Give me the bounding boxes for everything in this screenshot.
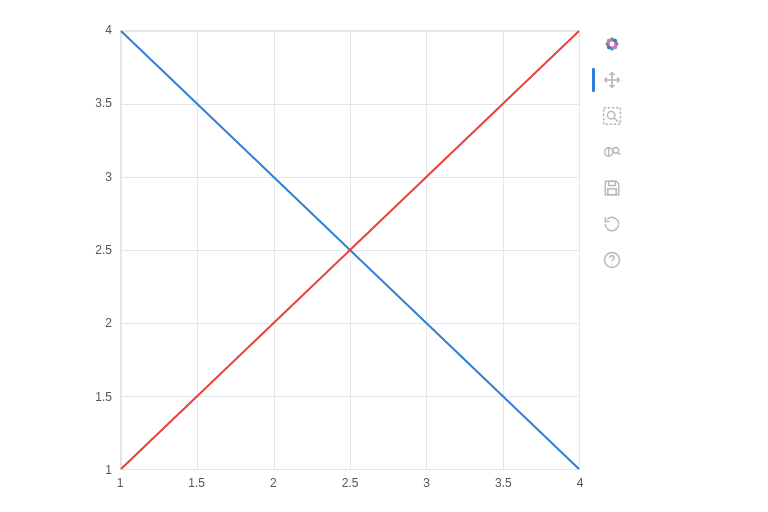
- toolbar: [598, 30, 626, 274]
- help-tool-icon[interactable]: [598, 246, 626, 274]
- chart-series: [121, 31, 579, 469]
- x-tick-label: 4: [577, 476, 584, 490]
- chart: 1 1.5 2 2.5 3 3.5 4 1 1.5 2 2.5 3 3.5 4: [120, 30, 580, 470]
- x-tick-label: 2: [270, 476, 277, 490]
- y-tick-label: 3.5: [95, 96, 112, 110]
- x-tick-label: 3: [423, 476, 430, 490]
- svg-point-8: [610, 42, 615, 47]
- y-tick-label: 1.5: [95, 390, 112, 404]
- wheel-zoom-tool-icon[interactable]: [598, 138, 626, 166]
- x-tick-label: 1.5: [188, 476, 205, 490]
- save-tool-icon[interactable]: [598, 174, 626, 202]
- x-tick-label: 2.5: [342, 476, 359, 490]
- y-tick-label: 2.5: [95, 243, 112, 257]
- svg-point-10: [607, 111, 615, 119]
- reset-tool-icon[interactable]: [598, 210, 626, 238]
- y-tick-label: 3: [105, 170, 112, 184]
- svg-rect-17: [608, 189, 616, 195]
- y-tick-label: 1: [105, 463, 112, 477]
- y-tick-label: 2: [105, 316, 112, 330]
- x-tick-label: 3.5: [495, 476, 512, 490]
- svg-rect-16: [609, 181, 616, 185]
- bokeh-logo-icon[interactable]: [598, 30, 626, 58]
- svg-line-11: [614, 118, 618, 122]
- pan-tool-icon[interactable]: [598, 66, 626, 94]
- x-tick-label: 1: [117, 476, 124, 490]
- svg-point-14: [613, 147, 619, 153]
- box-zoom-tool-icon[interactable]: [598, 102, 626, 130]
- y-tick-label: 4: [105, 23, 112, 37]
- svg-line-15: [618, 152, 621, 155]
- svg-point-19: [611, 264, 612, 265]
- plot-area[interactable]: [120, 30, 580, 470]
